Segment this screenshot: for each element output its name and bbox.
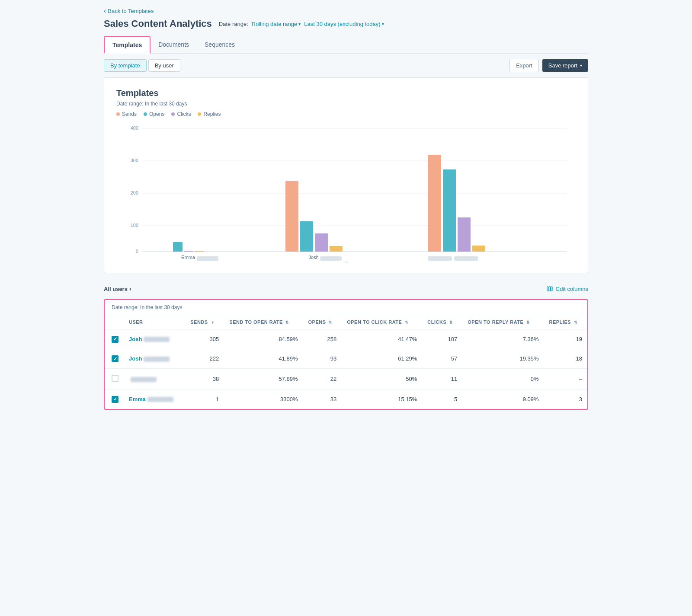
legend-label-sends: Sends (122, 111, 137, 117)
date-range-section: Date range: Rolling date range Last 30 d… (219, 21, 384, 27)
save-report-button[interactable]: Save report (542, 59, 588, 72)
tab-sequences[interactable]: Sequences (197, 36, 243, 54)
table-date-range: Date range: In the last 30 days (105, 300, 587, 315)
svg-rect-29 (549, 287, 550, 291)
cell-clicks: 57 (422, 349, 462, 369)
row-checkbox[interactable] (112, 375, 119, 382)
legend-item-sends: Sends (116, 111, 137, 117)
toolbar-right: Export Save report (509, 59, 588, 72)
date-range-label: Date range: (219, 21, 248, 27)
sort-icon-clicks: ⇅ (449, 320, 453, 325)
edit-columns-button[interactable]: Edit columns (547, 286, 588, 292)
svg-rect-12 (195, 251, 204, 252)
tab-templates[interactable]: Templates (104, 36, 151, 54)
row-checkbox[interactable]: ✓ (112, 355, 119, 362)
table-header-row: USER SENDS ▼ SEND TO OPEN RATE ⇅ OPENS ⇅ (105, 315, 587, 329)
table-row: 3857.89%2250%110%– (105, 369, 587, 389)
legend-dot-clicks (171, 112, 175, 116)
sort-icon-open-to-click: ⇅ (405, 320, 409, 325)
cell-open_to_reply: 0% (462, 369, 544, 389)
cell-replies: 3 (544, 389, 587, 409)
svg-rect-24 (472, 246, 485, 252)
col-user[interactable]: USER (124, 315, 185, 329)
svg-rect-26 (454, 256, 478, 261)
cell-clicks: 107 (422, 329, 462, 349)
sort-icon-open-to-reply: ⇅ (526, 320, 530, 325)
chart-title: Templates (116, 88, 576, 98)
export-button[interactable]: Export (509, 59, 539, 72)
user-name-link[interactable]: Emma (129, 396, 146, 402)
by-user-button[interactable]: By user (148, 59, 180, 72)
cell-opens: 258 (303, 329, 342, 349)
legend-item-clicks: Clicks (171, 111, 191, 117)
edit-columns-label: Edit columns (556, 286, 588, 292)
svg-rect-18 (330, 246, 343, 252)
cell-send_to_open: 3300% (224, 389, 303, 409)
period-dropdown[interactable]: Last 30 days (excluding today) (304, 21, 384, 27)
all-users-row: All users Edit columns (104, 282, 588, 296)
bar-chart: 0 100 200 300 400 Emma (116, 124, 576, 262)
svg-text:User: User (345, 261, 356, 262)
table-row: ✓Josh22241.89%9361.29%5719.35%18 (105, 349, 587, 369)
tabs-row: Templates Documents Sequences (104, 36, 588, 54)
svg-rect-21 (428, 155, 441, 252)
svg-rect-11 (184, 251, 193, 252)
cell-sends: 1 (185, 389, 224, 409)
row-checkbox[interactable]: ✓ (112, 396, 119, 403)
svg-text:Josh: Josh (308, 255, 318, 260)
legend-dot-opens (144, 112, 147, 116)
cell-sends: 38 (185, 369, 224, 389)
cell-sends: 222 (185, 349, 224, 369)
table-row: ✓Emma13300%3315.15%59.09%3 (105, 389, 587, 409)
user-name-link[interactable]: Josh (129, 336, 142, 342)
svg-rect-14 (197, 256, 218, 261)
legend-dot-sends (116, 112, 120, 116)
cell-open_to_reply: 9.09% (462, 389, 544, 409)
legend-label-opens: Opens (149, 111, 164, 117)
table-row: ✓Josh30584.59%25841.47%1077.36%19 (105, 329, 587, 349)
cell-replies: 18 (544, 349, 587, 369)
row-checkbox[interactable]: ✓ (112, 336, 119, 343)
cell-open_to_reply: 7.36% (462, 329, 544, 349)
svg-text:100: 100 (131, 223, 138, 228)
legend-item-replies: Replies (198, 111, 221, 117)
sort-icon-send-to-open: ⇅ (285, 320, 289, 325)
sort-icon-replies: ⇅ (574, 320, 578, 325)
legend-item-opens: Opens (144, 111, 164, 117)
col-checkbox (105, 315, 124, 329)
svg-rect-30 (551, 287, 552, 291)
tab-documents[interactable]: Documents (151, 36, 197, 54)
sort-icon-opens: ⇅ (329, 320, 333, 325)
cell-replies: 19 (544, 329, 587, 349)
col-open-to-reply-rate[interactable]: OPEN TO REPLY RATE ⇅ (462, 315, 544, 329)
svg-rect-25 (428, 256, 452, 261)
rolling-date-range-dropdown[interactable]: Rolling date range (252, 21, 301, 27)
cell-open_to_click: 41.47% (342, 329, 422, 349)
user-name-link[interactable]: Josh (129, 355, 142, 362)
col-sends[interactable]: SENDS ▼ (185, 315, 224, 329)
svg-text:200: 200 (131, 190, 138, 195)
col-opens[interactable]: OPENS ⇅ (303, 315, 342, 329)
page-title: Sales Content Analytics (104, 18, 212, 29)
svg-text:Emma: Emma (181, 255, 195, 260)
chart-legend: Sends Opens Clicks Replies (116, 111, 576, 117)
svg-rect-28 (547, 287, 548, 291)
svg-rect-15 (285, 181, 298, 252)
legend-label-replies: Replies (203, 111, 221, 117)
cell-opens: 22 (303, 369, 342, 389)
cell-replies: – (544, 369, 587, 389)
col-open-to-click-rate[interactable]: OPEN TO CLICK RATE ⇅ (342, 315, 422, 329)
by-template-button[interactable]: By template (104, 59, 147, 72)
data-table: USER SENDS ▼ SEND TO OPEN RATE ⇅ OPENS ⇅ (105, 315, 587, 409)
col-replies[interactable]: REPLIES ⇅ (544, 315, 587, 329)
col-clicks[interactable]: CLICKS ⇅ (422, 315, 462, 329)
svg-text:400: 400 (131, 125, 138, 131)
back-to-templates-link[interactable]: Back to Templates (104, 7, 154, 15)
svg-rect-17 (315, 233, 328, 252)
cell-send_to_open: 41.89% (224, 349, 303, 369)
cell-send_to_open: 57.89% (224, 369, 303, 389)
view-toggle: By template By user (104, 59, 180, 72)
col-send-to-open-rate[interactable]: SEND TO OPEN RATE ⇅ (224, 315, 303, 329)
sort-icon-sends: ▼ (211, 320, 215, 325)
all-users-link[interactable]: All users (104, 285, 131, 292)
